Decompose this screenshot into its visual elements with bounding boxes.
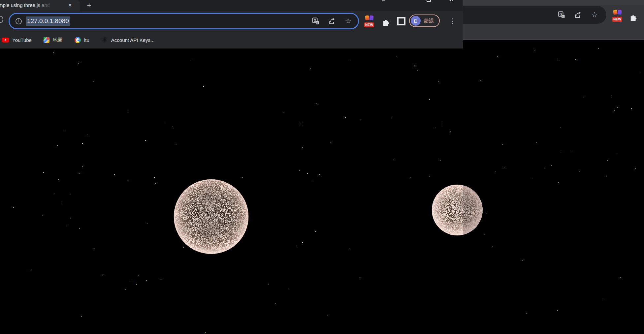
star (80, 61, 80, 61)
star (64, 131, 64, 132)
active-tab[interactable]: mple using three.js and ✕ (0, 0, 80, 11)
tab-strip: mple using three.js and ✕ + ✕ (0, 0, 463, 11)
star (67, 226, 67, 227)
star (631, 108, 632, 109)
new-tab-button[interactable]: + (84, 0, 94, 11)
profile-chip[interactable]: D 錯誤 (409, 15, 440, 27)
star (146, 280, 147, 281)
star (114, 174, 115, 175)
bookmark-itu[interactable]: itu (75, 37, 89, 43)
svg-text:x: x (316, 21, 318, 24)
star (417, 71, 418, 71)
star (154, 177, 155, 178)
window-minimize-button[interactable] (382, 0, 385, 1)
tab-close-icon[interactable]: ✕ (67, 2, 73, 9)
star (307, 173, 308, 174)
star (522, 260, 523, 260)
star (319, 174, 320, 175)
desktop: G x ☆ NEW (0, 0, 644, 334)
star (81, 316, 82, 317)
star (496, 171, 496, 172)
extensions-puzzle-icon[interactable] (629, 13, 638, 21)
bookmark-star-icon[interactable]: ☆ (591, 11, 598, 18)
background-address-bar[interactable]: G x ☆ (455, 6, 606, 24)
star (82, 143, 83, 144)
star (349, 248, 349, 249)
star (128, 110, 128, 111)
bookmark-label: 地圖 (53, 37, 63, 43)
star (429, 99, 430, 100)
bookmark-star-icon[interactable]: ☆ (345, 17, 351, 25)
star (192, 59, 192, 59)
window-close-button[interactable]: ✕ (448, 0, 455, 3)
translate-icon[interactable]: G x (558, 11, 565, 18)
browser-toolbar: i 127.0.0.1:8080 G x (0, 11, 463, 32)
foreground-browser-window: mple using three.js and ✕ + ✕ i 127.0.0.… (0, 0, 463, 334)
star (558, 182, 559, 183)
extension-icon-new[interactable]: NEW (612, 10, 623, 22)
share-icon[interactable] (574, 12, 582, 18)
star (635, 168, 636, 169)
star (480, 80, 481, 80)
star (345, 117, 346, 118)
star (536, 142, 537, 143)
star (165, 123, 165, 123)
star (316, 104, 317, 104)
star (394, 159, 394, 160)
star (43, 215, 43, 216)
reload-icon[interactable] (0, 16, 3, 23)
star (435, 128, 435, 128)
profile-label: 錯誤 (424, 18, 434, 24)
bookmark-maps[interactable]: 地圖 (44, 37, 63, 43)
star (155, 183, 156, 184)
star (614, 110, 615, 111)
bookmark-account-api-keys[interactable]: Account API Keys... (101, 36, 155, 44)
page-info-icon[interactable]: i (16, 18, 22, 24)
translate-icon[interactable]: G x (312, 17, 319, 25)
star (283, 112, 283, 113)
star (310, 68, 310, 69)
star (269, 284, 269, 285)
star (79, 228, 80, 228)
star (13, 207, 14, 208)
star (299, 170, 300, 171)
menu-dots-icon[interactable]: ⋮ (449, 15, 456, 27)
extensions-puzzle-icon[interactable] (382, 17, 391, 26)
bookmark-youtube[interactable]: YouTube (2, 37, 32, 43)
star (127, 181, 127, 182)
star (312, 181, 313, 181)
star (544, 168, 544, 169)
star (71, 195, 71, 195)
star (103, 275, 103, 276)
star (598, 48, 599, 49)
share-icon[interactable] (328, 18, 336, 25)
new-badge: NEW (364, 22, 374, 27)
star (430, 176, 430, 177)
star (557, 60, 558, 60)
star (58, 179, 59, 180)
star (296, 246, 297, 246)
side-panel-icon[interactable] (397, 17, 405, 25)
google-g-icon (75, 37, 81, 43)
url-text[interactable]: 127.0.0.1:8080 (26, 16, 70, 26)
star (242, 177, 242, 178)
star (288, 289, 288, 290)
openai-icon (101, 36, 108, 44)
star (527, 313, 527, 314)
star (61, 203, 61, 203)
star (79, 173, 80, 174)
star (497, 56, 498, 57)
star (315, 231, 316, 232)
window-maximize-button[interactable] (427, 0, 431, 2)
star (575, 59, 576, 60)
star (136, 284, 137, 285)
new-badge: NEW (612, 17, 622, 22)
star (79, 63, 79, 64)
star (560, 128, 561, 128)
star (30, 270, 31, 270)
star (94, 249, 95, 249)
star (132, 280, 132, 280)
address-bar[interactable]: i 127.0.0.1:8080 G x (9, 13, 359, 29)
extension-icon-new[interactable]: NEW (364, 15, 375, 27)
star (349, 60, 349, 60)
